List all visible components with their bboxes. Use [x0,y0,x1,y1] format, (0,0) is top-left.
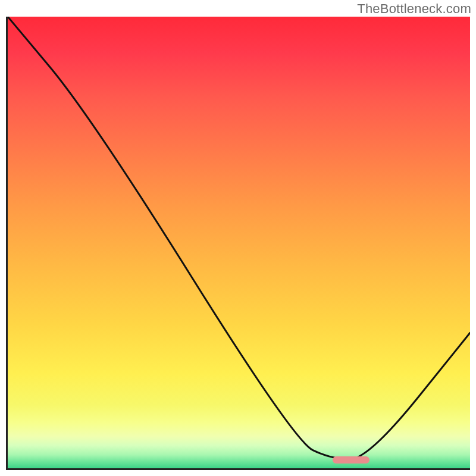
optimal-marker [333,456,369,464]
curve-path [8,17,470,459]
chart-frame: TheBottleneck.com [0,0,476,476]
watermark-text: TheBottleneck.com [357,1,471,17]
plot-area [6,17,470,470]
bottleneck-curve [8,17,470,468]
